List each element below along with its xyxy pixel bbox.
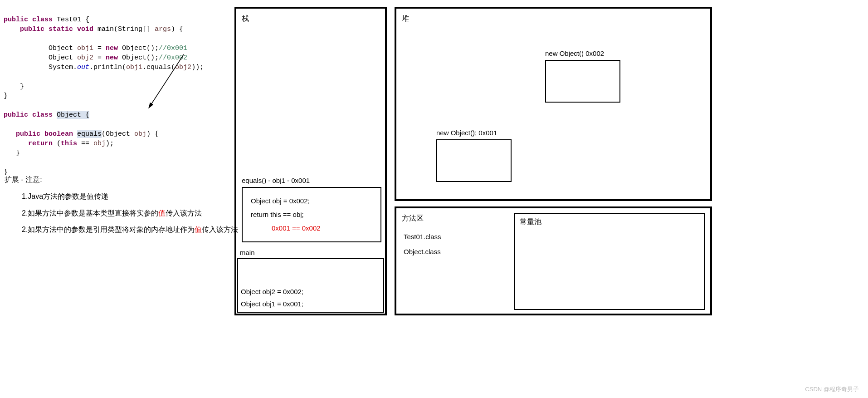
watermark: CSDN @程序奇男子 (805, 385, 859, 393)
equals-line-2: return this == obj; (251, 208, 372, 221)
stack-title: 栈 (242, 14, 249, 24)
main-line-1: Object obj2 = 0x002; (241, 285, 383, 298)
java-code: public class Test01 { public static void… (0, 5, 231, 177)
heap-object-2-label: new Object() 0x002 (545, 49, 620, 57)
notes-item-1: 1.Java方法的参数是值传递 (22, 188, 238, 205)
method-area-region: 方法区 Test01.class Object.class 常量池 (395, 206, 712, 315)
heap-object-1: new Object(); 0x001 (436, 129, 512, 182)
equals-line-1: Object obj = 0x002; (251, 194, 372, 208)
heap-object-2-rect (545, 60, 620, 103)
main-line-2: Object obj1 = 0x001; (241, 298, 383, 310)
heap-title: 堆 (402, 14, 409, 24)
method-area-item-1: Test01.class (404, 229, 441, 244)
notes-title: 扩展 - 注意: (5, 172, 238, 188)
stack-region: 栈 equals() - obj1 - 0x001 Object obj = 0… (234, 7, 387, 315)
main-frame-label: main (240, 249, 384, 256)
equals-frame-label: equals() - obj1 - 0x001 (242, 177, 381, 184)
equals-stack-frame: equals() - obj1 - 0x001 Object obj = 0x0… (242, 177, 381, 242)
constant-pool-title: 常量池 (520, 217, 541, 227)
heap-object-2: new Object() 0x002 (545, 49, 620, 103)
main-stack-frame: main Object obj2 = 0x002; Object obj1 = … (237, 249, 384, 313)
method-area-item-2: Object.class (404, 244, 441, 259)
constant-pool: 常量池 (514, 213, 705, 310)
equals-line-3: 0x001 == 0x002 (272, 221, 372, 235)
notes-item-3: 2.如果方法中的参数是引用类型将对象的内存地址作为值传入该方法 (22, 221, 238, 238)
notes-section: 扩展 - 注意: 1.Java方法的参数是值传递 2.如果方法中参数是基本类型直… (5, 172, 238, 238)
equals-frame-body: Object obj = 0x002; return this == obj; … (242, 187, 381, 242)
heap-object-1-label: new Object(); 0x001 (436, 129, 512, 137)
notes-item-2: 2.如果方法中参数是基本类型直接将实参的值传入该方法 (22, 205, 238, 222)
heap-object-1-rect (436, 139, 512, 182)
method-area-items: Test01.class Object.class (404, 229, 441, 259)
main-frame-body: Object obj2 = 0x002; Object obj1 = 0x001… (237, 258, 384, 313)
heap-region: 堆 new Object() 0x002 new Object(); 0x001 (395, 7, 712, 201)
method-area-title: 方法区 (402, 214, 424, 223)
